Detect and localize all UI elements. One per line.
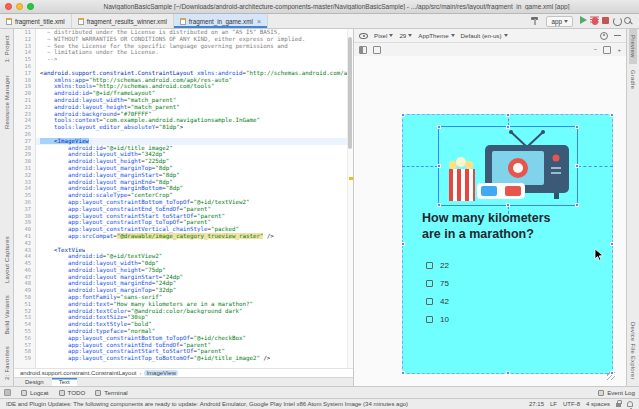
code-line[interactable]: 26: [14, 131, 353, 138]
code-line[interactable]: 59 app:layout_constraintTop_toBottomOf="…: [14, 355, 353, 362]
code-line[interactable]: 18 xmlns:app="http://schemas.android.com…: [14, 77, 353, 84]
selection-handle[interactable]: [506, 125, 510, 129]
selection-handle[interactable]: [575, 164, 579, 168]
selection-handle[interactable]: [610, 371, 614, 375]
selection-handle[interactable]: [401, 242, 405, 246]
mode-tab-text[interactable]: Text: [52, 378, 77, 386]
code-line[interactable]: 44 android:id="@+id/textView2": [14, 253, 353, 260]
code-line[interactable]: 20 android:id="@+id/frameLayout": [14, 90, 353, 97]
close-tab-icon[interactable]: ×: [257, 18, 261, 25]
code-editor[interactable]: 11 ~ distributed under the License is di…: [14, 29, 353, 368]
answer-option[interactable]: 42: [426, 292, 449, 310]
selection-handle[interactable]: [437, 125, 441, 129]
code-line[interactable]: 43 <TextView: [14, 247, 353, 254]
view-options-icon[interactable]: [359, 33, 368, 39]
sync-icon[interactable]: [611, 15, 622, 26]
preview-settings-icon[interactable]: [600, 32, 608, 40]
code-line[interactable]: 11 ~ distributed under the License is di…: [14, 29, 353, 36]
minimize-window-button[interactable]: [16, 3, 23, 10]
zoom-out-icon[interactable]: −: [594, 46, 598, 53]
hammer-icon[interactable]: [530, 15, 541, 26]
code-line[interactable]: 57 app:layout_constraintEnd_toEndOf="par…: [14, 342, 353, 349]
selection-handle[interactable]: [401, 371, 405, 375]
code-line[interactable]: 37 app:layout_constraintEnd_toEndOf="par…: [14, 206, 353, 213]
selection-handle[interactable]: [437, 164, 441, 168]
selection-handle[interactable]: [401, 113, 405, 117]
code-line[interactable]: 29 android:layout_width="342dp": [14, 151, 353, 158]
code-line[interactable]: 41 app:srcCompat="@drawable/image_catego…: [14, 233, 353, 240]
run-configuration-dropdown[interactable]: app: [546, 16, 573, 27]
code-line[interactable]: 19 xmlns:tools="http://schemas.android.c…: [14, 83, 353, 90]
code-line[interactable]: 22 android:layout_height="match_parent": [14, 104, 353, 111]
code-line[interactable]: 40 app:layout_constraintVertical_chainSt…: [14, 226, 353, 233]
checkbox[interactable]: [426, 280, 433, 287]
code-line[interactable]: 17<android.support.constraint.Constraint…: [14, 70, 353, 77]
code-line[interactable]: 32 android:layout_marginStart="8dp": [14, 172, 353, 179]
tool-window-button-device-file-explorer[interactable]: Device File Explorer: [629, 316, 637, 386]
zoom-fit-icon[interactable]: [603, 46, 611, 54]
code-line[interactable]: 34 android:layout_marginBottom="8dp": [14, 185, 353, 192]
code-line[interactable]: 15 -->: [14, 56, 353, 63]
tool-window-button-todo[interactable]: TODO: [59, 389, 86, 396]
code-line[interactable]: 39 app:layout_constraintTop_toTopOf="par…: [14, 219, 353, 226]
indent-indicator[interactable]: 4 spaces: [586, 401, 610, 407]
line-ending-indicator[interactable]: LF: [550, 401, 557, 407]
device-screen[interactable]: How many kilometers are in a marathon? 2…: [402, 114, 613, 374]
tool-window-button-layout-captures[interactable]: Layout Captures: [3, 230, 11, 289]
code-line[interactable]: 28 android:id="@+id/title_image2": [14, 145, 353, 152]
code-line[interactable]: 55 android:typeface="normal": [14, 328, 353, 335]
selection-handle[interactable]: [437, 203, 441, 207]
selection-handle[interactable]: [610, 113, 614, 117]
orientation-icon[interactable]: [373, 46, 381, 54]
tool-window-button-2-favorites[interactable]: 2: Favorites: [3, 340, 11, 386]
mode-tab-design[interactable]: Design: [18, 378, 51, 386]
play-icon[interactable]: [578, 15, 589, 26]
file-tab-fragment-in-game-xml[interactable]: fragment_in_game.xml×: [174, 14, 268, 28]
bug-icon[interactable]: [589, 15, 600, 26]
code-line[interactable]: 58 app:layout_constraintStart_toStartOf=…: [14, 348, 353, 355]
code-line[interactable]: 45 android:layout_width="0dp": [14, 260, 353, 267]
tool-window-button-1-project[interactable]: 1: Project: [3, 29, 11, 69]
checkbox[interactable]: [426, 262, 433, 269]
close-window-button[interactable]: [5, 3, 12, 10]
locale-selector[interactable]: Default (en-us): [461, 32, 508, 39]
stop-icon[interactable]: [600, 15, 611, 26]
scrollbar-thumb[interactable]: [348, 37, 352, 149]
selection-handle[interactable]: [506, 113, 510, 117]
code-line[interactable]: 53 android:textSize="30sp": [14, 314, 353, 321]
selection-handle[interactable]: [610, 242, 614, 246]
code-line[interactable]: 56 app:layout_constraintBottom_toTopOf="…: [14, 335, 353, 342]
code-line[interactable]: 50 app:fontFamily="sans-serif": [14, 294, 353, 301]
code-line[interactable]: 33 android:layout_marginEnd="8dp": [14, 179, 353, 186]
tool-window-button-build-variants[interactable]: Build Variants: [3, 289, 11, 341]
code-line[interactable]: 48 android:layout_marginEnd="24dp": [14, 280, 353, 287]
code-line[interactable]: 24 tools:context="com.example.android.na…: [14, 117, 353, 124]
code-line[interactable]: 14 ~ limitations under the License.: [14, 49, 353, 56]
tool-window-switcher-icon[interactable]: [4, 389, 11, 396]
code-line[interactable]: 54 android:textStyle="bold": [14, 321, 353, 328]
code-line[interactable]: 38 app:layout_constraintStart_toStartOf=…: [14, 213, 353, 220]
selection-handle[interactable]: [575, 203, 579, 207]
code-line[interactable]: 47 android:layout_marginStart="24dp": [14, 274, 353, 281]
breadcrumb-item-imageview[interactable]: ImageView: [144, 370, 178, 376]
design-blueprint-toggle-icon[interactable]: [359, 46, 367, 54]
selection-handle[interactable]: [575, 125, 579, 129]
lock-icon[interactable]: [616, 403, 621, 407]
notifications-bell-icon[interactable]: [627, 401, 633, 407]
file-tab-fragment-results-winner-xml[interactable]: fragment_results_winner.xml: [72, 14, 174, 28]
tool-window-button-terminal[interactable]: Terminal: [95, 389, 127, 396]
code-line[interactable]: 31 android:layout_marginTop="8dp": [14, 165, 353, 172]
status-message[interactable]: IDE and Plugin Updates: The following co…: [6, 401, 523, 407]
code-line[interactable]: 21 android:layout_width="match_parent": [14, 97, 353, 104]
answer-option[interactable]: 22: [426, 256, 449, 274]
zoom-in-icon[interactable]: +: [617, 46, 621, 53]
caret-position[interactable]: 27:15: [529, 401, 544, 407]
file-tab-fragment-title-xml[interactable]: fragment_title.xml: [0, 14, 72, 28]
api-level-selector[interactable]: 29: [399, 32, 412, 39]
imageview-selection[interactable]: [438, 126, 578, 206]
checkbox[interactable]: [426, 316, 433, 323]
code-line[interactable]: 49 android:layout_marginTop="32dp": [14, 287, 353, 294]
checkbox[interactable]: [426, 298, 433, 305]
tool-window-button-gradle[interactable]: Gradle: [629, 64, 637, 95]
tool-window-button-logcat[interactable]: Logcat: [21, 389, 49, 396]
